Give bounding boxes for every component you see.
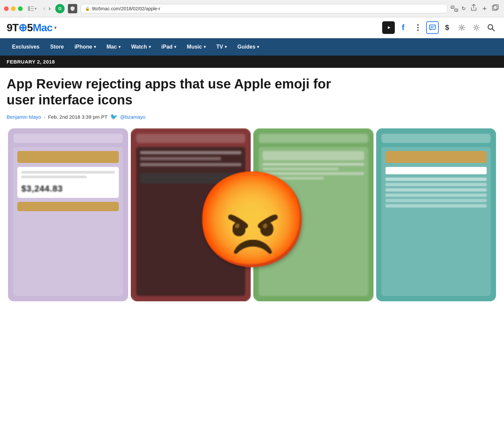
address-text: 9to5mac.com/2018/02/02/apple-r: [92, 6, 160, 11]
minimize-button[interactable]: [11, 6, 16, 11]
back-button[interactable]: ‹: [42, 4, 47, 13]
privacy-shield-button[interactable]: [68, 4, 77, 13]
svg-rect-2: [31, 8, 34, 9]
svg-rect-1: [31, 6, 34, 7]
youtube-button[interactable]: [382, 21, 395, 34]
article-date-header: FEBRUARY 2, 2018: [7, 59, 55, 65]
svg-rect-8: [492, 6, 497, 10]
nav-item-tv[interactable]: TV ▾: [211, 38, 232, 56]
meta-separator: -: [44, 114, 45, 120]
svg-text:文: 文: [455, 9, 457, 12]
address-bar[interactable]: 🔒 9to5mac.com/2018/02/02/apple-r: [81, 4, 447, 13]
site-logo: 9T⊕5Mac: [7, 21, 52, 34]
ipad-chevron-icon: ▾: [174, 45, 176, 49]
comments-button[interactable]: [426, 21, 439, 34]
share-button[interactable]: [469, 3, 478, 14]
lock-icon: 🔒: [85, 6, 90, 11]
traffic-lights: [4, 6, 23, 11]
article-container: App Review rejecting apps that use Apple…: [0, 68, 504, 301]
svg-marker-10: [388, 26, 390, 29]
guides-chevron-icon: ▾: [257, 45, 259, 49]
tv-chevron-icon: ▾: [225, 45, 227, 49]
svg-point-15: [475, 26, 478, 29]
nav-item-exclusives[interactable]: Exclusives: [7, 38, 45, 56]
music-chevron-icon: ▾: [204, 45, 206, 49]
nav-bar: Exclusives Store iPhone ▾ Mac ▾ Watch ▾ …: [0, 38, 504, 56]
svg-rect-11: [429, 25, 435, 29]
hero-image: $3,244.83: [7, 128, 497, 301]
svg-rect-9: [494, 5, 498, 9]
refresh-button[interactable]: ↻: [461, 5, 466, 12]
svg-rect-0: [28, 6, 30, 11]
sidebar-toggle[interactable]: ▾: [26, 5, 39, 12]
translate-button[interactable]: A 文: [451, 6, 458, 12]
nav-item-store[interactable]: Store: [45, 38, 69, 56]
svg-point-14: [461, 27, 463, 29]
nav-item-ipad[interactable]: iPad ▾: [156, 38, 182, 56]
watch-chevron-icon: ▾: [149, 45, 151, 49]
browser-chrome: ▾ ‹ › G 🔒 9to5mac.com/2018/02/02/apple-r…: [0, 0, 504, 17]
maximize-button[interactable]: [18, 6, 23, 11]
svg-line-17: [492, 29, 494, 31]
article-title: App Review rejecting apps that use Apple…: [7, 76, 340, 108]
site-header: 9T⊕5Mac ▾ f ⋮ $: [0, 17, 504, 38]
iphone-chevron-icon: ▾: [94, 45, 96, 49]
subscribe-button[interactable]: $: [441, 21, 453, 34]
forward-button[interactable]: ›: [47, 4, 52, 13]
facebook-button[interactable]: f: [397, 21, 409, 34]
site-logo-container[interactable]: 9T⊕5Mac ▾: [7, 21, 57, 34]
phone-screenshot-1: $3,244.83: [8, 128, 128, 301]
search-button[interactable]: [485, 21, 497, 34]
more-button[interactable]: ⋮: [411, 21, 424, 34]
new-tab-button[interactable]: +: [481, 3, 488, 14]
nav-item-iphone[interactable]: iPhone ▾: [69, 38, 101, 56]
tabs-button[interactable]: [491, 3, 500, 14]
svg-rect-3: [31, 10, 34, 11]
nav-item-mac[interactable]: Mac ▾: [101, 38, 126, 56]
settings-button[interactable]: [455, 21, 468, 34]
nav-item-music[interactable]: Music ▾: [181, 38, 211, 56]
phone-screenshot-4: [376, 128, 496, 301]
twitter-icon: 🐦: [110, 113, 118, 120]
twitter-handle[interactable]: @bzamayo: [120, 114, 145, 120]
theme-toggle-button[interactable]: [470, 21, 483, 34]
header-actions: f ⋮ $: [382, 21, 497, 34]
angry-emoji: 😡: [194, 173, 310, 266]
article-meta: Benjamin Mayo - Feb. 2nd 2018 3:39 pm PT…: [7, 113, 497, 120]
article-date: Feb. 2nd 2018 3:39 pm PT: [48, 114, 107, 120]
nav-item-watch[interactable]: Watch ▾: [126, 38, 156, 56]
logo-dropdown-arrow[interactable]: ▾: [54, 25, 57, 30]
nav-arrows: ‹ ›: [42, 4, 52, 13]
mac-chevron-icon: ▾: [119, 45, 121, 49]
svg-text:A: A: [452, 7, 453, 9]
nav-item-guides[interactable]: Guides ▾: [232, 38, 264, 56]
author-name[interactable]: Benjamin Mayo: [7, 114, 41, 120]
browser-actions: +: [469, 3, 500, 14]
chevron-down-icon: ▾: [35, 6, 37, 11]
close-button[interactable]: [4, 6, 9, 11]
date-bar: FEBRUARY 2, 2018: [0, 56, 504, 68]
grammarly-button[interactable]: G: [55, 4, 65, 13]
